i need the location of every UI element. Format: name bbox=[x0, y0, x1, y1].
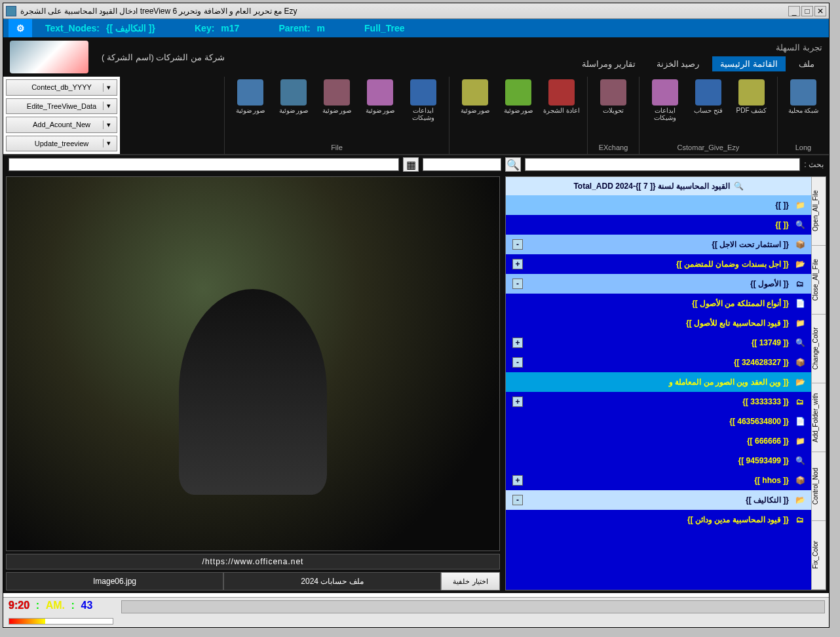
ribbon-item-label: صور ضوئية bbox=[236, 107, 265, 114]
maximize-button[interactable]: □ bbox=[801, 6, 813, 16]
tree-node-1[interactable]: 🔍{[ ]} bbox=[506, 215, 811, 235]
parent-label: Parent: bbox=[278, 23, 310, 33]
tree-node-10[interactable]: 🗂{[ 3333333 ]}+ bbox=[506, 392, 811, 412]
folder-icon: 📄 bbox=[793, 296, 807, 311]
vtab-5[interactable]: Fix_Color bbox=[812, 521, 826, 590]
company-name: شركة من الشركات (اسم الشركة ) bbox=[102, 52, 225, 62]
progress-bar bbox=[9, 618, 113, 625]
tree-node-4[interactable]: 🗂{[ الأصول ]}- bbox=[506, 274, 811, 294]
clock-sep1: : bbox=[36, 600, 39, 611]
tree-node-13[interactable]: 🔍{[ 94593499 ]} bbox=[506, 451, 811, 471]
tree-node-12[interactable]: 📁{[ 666666 ]} bbox=[506, 431, 811, 451]
left-button-0[interactable]: Contect_db_YYYY bbox=[6, 79, 117, 96]
ribbon-item-label: فتح حساب bbox=[694, 107, 723, 114]
tree-toggle[interactable]: - bbox=[512, 357, 523, 368]
vertical-tabs: Open_All_FileClose_All_FileChange_ColorA… bbox=[811, 177, 826, 590]
folder-icon: 🗂 bbox=[793, 277, 807, 291]
full-tree-label[interactable]: Full_Tree bbox=[364, 23, 404, 33]
left-button-3[interactable]: Update_treeview bbox=[6, 136, 117, 152]
tree-body[interactable]: 📁{[ ]}🔍{[ ]}📦{[ استثمار تحت الاجل ]}-📂{[… bbox=[506, 195, 811, 590]
folder-icon: 📂 bbox=[793, 375, 807, 389]
tree-node-3[interactable]: 📂{[ اجل بسندات وضمان للمتضمن ]}+ bbox=[506, 254, 811, 274]
ribbon-groups: شبكة محليةLongكشف PDFفتح حسابايداعات وشي… bbox=[120, 77, 829, 154]
ribbon-item-1-1[interactable]: فتح حساب bbox=[689, 79, 727, 114]
ribbon-item-4-4[interactable]: صور ضوئية bbox=[231, 79, 269, 114]
ribbon-group-label bbox=[456, 149, 581, 151]
minimize-button[interactable]: _ bbox=[788, 6, 800, 16]
ribbon-item-0-0[interactable]: شبكة محلية bbox=[784, 79, 822, 114]
tree-node-label: {[ 94593499 ]} bbox=[510, 456, 789, 465]
left-button-2[interactable]: Add_Acount_New bbox=[6, 117, 117, 133]
tree-toggle[interactable]: + bbox=[512, 475, 523, 486]
vtab-3[interactable]: Add_Folder_with bbox=[812, 383, 826, 452]
ribbon-item-icon bbox=[367, 79, 393, 106]
magnifier-icon: 🔍 bbox=[734, 182, 744, 191]
tree-node-9[interactable]: 📂{[ وين العقد وين الصور من المعاملة و bbox=[506, 372, 811, 392]
main-tab-2[interactable]: رصيد الخزنة bbox=[649, 56, 708, 71]
status-bar: 9:20 : AM. : 43 bbox=[3, 597, 829, 627]
vtab-0[interactable]: Open_All_File bbox=[812, 177, 826, 246]
vtab-4[interactable]: Control_Nod bbox=[812, 452, 826, 521]
ribbon-item-3-1[interactable]: صور ضوئية bbox=[499, 79, 537, 114]
image-label: Image06.jpg bbox=[6, 572, 223, 590]
tree-toggle[interactable]: - bbox=[512, 239, 523, 250]
demo-label: تجربة السهلة bbox=[776, 43, 822, 52]
app-icon bbox=[6, 6, 16, 16]
tree-node-11[interactable]: 📄{[ 4635634800 ]} bbox=[506, 412, 811, 431]
ribbon-item-4-1[interactable]: صور ضوئية bbox=[361, 79, 399, 114]
key-label: Key: bbox=[195, 23, 214, 33]
window-title: Ezy مع تحرير العام و الاضافة وتحرير tree… bbox=[20, 7, 297, 16]
tree-header: 🔍 القيود المحاسبية لسنة Total_ADD 2024-{… bbox=[506, 177, 811, 195]
gear-button[interactable]: ⚙ bbox=[9, 19, 32, 37]
ribbon-item-1-0[interactable]: كشف PDF bbox=[733, 79, 771, 114]
main-tab-0[interactable]: ملف bbox=[791, 56, 822, 71]
main-tab-3[interactable]: تقارير ومراسلة bbox=[574, 56, 643, 71]
left-button-1[interactable]: Edite_TreeViwe_Data bbox=[6, 98, 117, 115]
tree-node-6[interactable]: 📁{[ قيود المحاسبية تابع للأصول ]} bbox=[506, 313, 811, 333]
ribbon-item-1-2[interactable]: ايداعات وشيكات bbox=[646, 79, 684, 121]
tree-node-14[interactable]: 📦{[ hhos ]}+ bbox=[506, 471, 811, 490]
tree-toggle[interactable]: + bbox=[512, 396, 523, 407]
status-track bbox=[121, 600, 825, 613]
tree-node-8[interactable]: 📦{[ 324628327 ]}- bbox=[506, 353, 811, 372]
ribbon-item-label: شبكة محلية bbox=[788, 107, 819, 114]
folder-icon: 📂 bbox=[793, 257, 807, 271]
choose-background-button[interactable]: اختيار خلفية bbox=[441, 572, 500, 590]
close-button[interactable]: ✕ bbox=[814, 6, 826, 16]
vtab-1[interactable]: Close_All_File bbox=[812, 246, 826, 315]
tree-node-5[interactable]: 📄{[ أنواع الممتلكة من الأصول ]} bbox=[506, 294, 811, 313]
ribbon-item-4-0[interactable]: ايداعات وشيكات bbox=[404, 79, 442, 121]
ribbon-item-3-2[interactable]: صور ضوئية bbox=[456, 79, 494, 114]
ribbon-item-label: صور ضوئية bbox=[504, 107, 533, 114]
ribbon-item-label: تحويلات bbox=[603, 107, 624, 114]
ribbon-header: شركة من الشركات (اسم الشركة ) تجربة السه… bbox=[3, 37, 829, 77]
tree-node-16[interactable]: 🗂{[ قيود المحاسبية مدين ودائن ]} bbox=[506, 510, 811, 530]
ribbon-item-4-2[interactable]: صور ضوئية bbox=[318, 79, 356, 114]
ribbon-item-2-0[interactable]: تحويلات bbox=[594, 79, 632, 114]
tree-node-2[interactable]: 📦{[ استثمار تحت الاجل ]}- bbox=[506, 235, 811, 254]
search-input-1[interactable] bbox=[525, 158, 800, 171]
tree-node-15[interactable]: 📂{[ التكاليف ]}- bbox=[506, 490, 811, 510]
keypad-button[interactable]: ▦ bbox=[403, 157, 419, 172]
ribbon-item-4-3[interactable]: صور ضوئية bbox=[275, 79, 313, 114]
tree-node-label: {[ أنواع الممتلكة من الأصول ]} bbox=[510, 299, 789, 308]
search-label: بحث : bbox=[804, 160, 824, 169]
vtab-2[interactable]: Change_Color bbox=[812, 315, 826, 383]
left-action-buttons: Contect_db_YYYYEdite_TreeViwe_DataAdd_Ac… bbox=[3, 77, 120, 154]
search-input-2[interactable] bbox=[423, 158, 501, 171]
tree-toggle[interactable]: + bbox=[512, 338, 523, 348]
titlebar: Ezy مع تحرير العام و الاضافة وتحرير tree… bbox=[3, 3, 829, 19]
tree-toggle[interactable]: - bbox=[512, 495, 523, 505]
tree-node-0[interactable]: 📁{[ ]} bbox=[506, 195, 811, 215]
tree-toggle[interactable]: - bbox=[512, 279, 523, 289]
tree-toggle[interactable]: + bbox=[512, 259, 523, 269]
ribbon-group-label: EXchang bbox=[594, 141, 632, 151]
ribbon-item-3-0[interactable]: اعادة الشجرة bbox=[543, 79, 581, 114]
tree-node-7[interactable]: 🔍{[ 13749 ]}+ bbox=[506, 333, 811, 353]
search-button[interactable]: 🔍 bbox=[505, 157, 521, 172]
tree-node-label: {[ 4635634800 ]} bbox=[510, 417, 789, 426]
main-tab-1[interactable]: القائمة الرئيسية bbox=[712, 56, 786, 71]
background-image bbox=[6, 176, 500, 551]
folder-icon: 📁 bbox=[793, 434, 807, 448]
search-input-3[interactable] bbox=[9, 158, 399, 171]
